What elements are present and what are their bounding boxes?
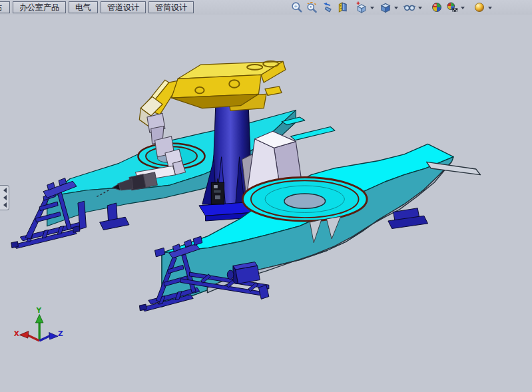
apply-scene-dropdown[interactable]	[461, 7, 465, 11]
column-control-box[interactable]	[211, 178, 224, 204]
triad-x-label: X	[14, 329, 19, 337]
tab-office-products[interactable]: 办公室产品	[13, 1, 66, 13]
zoom-to-fit-icon[interactable]	[291, 1, 303, 13]
previous-view-icon[interactable]	[322, 1, 334, 13]
view-orientation-dropdown[interactable]	[370, 7, 374, 11]
section-view-icon[interactable]	[337, 1, 349, 13]
chevron-left-icon	[1, 195, 7, 200]
panel-expand-control[interactable]	[0, 185, 9, 210]
zoom-to-area-icon[interactable]	[306, 1, 318, 13]
triad-z-label: Z	[58, 329, 63, 337]
edit-appearance-icon[interactable]	[431, 1, 443, 13]
display-style-dropdown[interactable]	[394, 7, 398, 11]
tab-partial-evaluate[interactable]: 估	[0, 1, 10, 13]
tab-electrical[interactable]: 电气	[69, 1, 98, 13]
command-toolbar: 估 办公室产品 电气 管道设计 管筒设计	[0, 0, 532, 15]
tab-partial-label: 估	[0, 2, 2, 13]
slewing-ring-right[interactable]	[242, 178, 367, 221]
tab-tubing-design[interactable]: 管筒设计	[148, 1, 194, 13]
chevron-left-icon	[1, 188, 7, 193]
hide-show-items-icon[interactable]	[403, 1, 415, 13]
model-scene: Y X Z	[0, 15, 532, 392]
view-settings-dropdown[interactable]	[488, 7, 492, 11]
hide-show-items-dropdown[interactable]	[418, 7, 422, 11]
command-tabs: 估 办公室产品 电气 管道设计 管筒设计	[0, 0, 195, 15]
view-settings-icon[interactable]	[473, 1, 485, 13]
orientation-triad: Y X Z	[14, 306, 63, 341]
display-style-icon[interactable]	[380, 1, 392, 13]
chevron-left-icon	[1, 202, 7, 208]
graphics-area[interactable]: Y X Z	[0, 15, 532, 392]
tab-piping-design[interactable]: 管道设计	[101, 1, 146, 13]
triad-y-label: Y	[35, 306, 41, 314]
apply-scene-icon[interactable]	[446, 1, 458, 13]
heads-up-view-toolbar	[291, 0, 497, 15]
view-orientation-icon[interactable]	[356, 1, 368, 13]
